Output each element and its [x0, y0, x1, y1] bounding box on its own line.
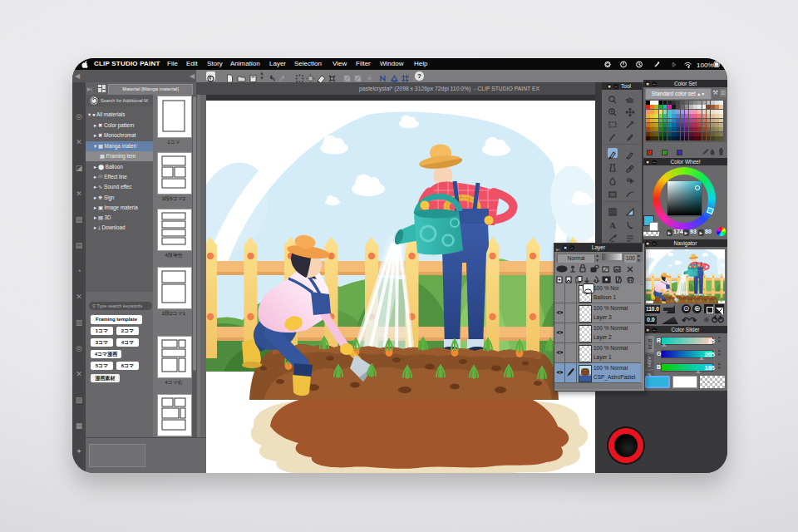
svg-text:100%: 100% [697, 62, 713, 69]
svg-text:A: A [609, 220, 616, 230]
